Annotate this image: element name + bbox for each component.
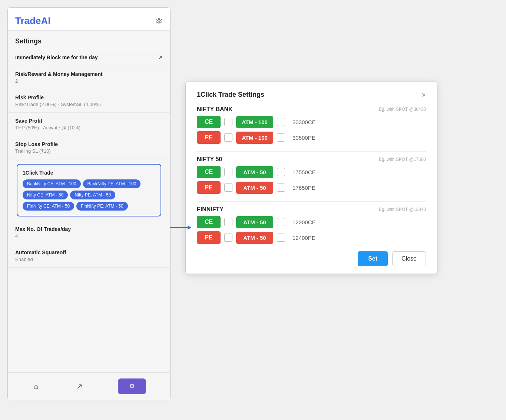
- save-profit-label: Save Profit: [15, 118, 42, 124]
- nifty-50-header: NIFTY 50 Eg. with SPOT @17580: [197, 156, 426, 163]
- auto-squareoff-label: Automatic Squareoff: [15, 249, 66, 255]
- nifty-bank-ce-atm: ATM - 100: [236, 116, 273, 128]
- nifty-bank-name: NIFTY BANK: [197, 106, 241, 113]
- nifty-bank-pe-atm: ATM - 100: [236, 132, 273, 144]
- close-button[interactable]: Close: [392, 251, 426, 266]
- tag-nifty-pe[interactable]: Nifty PE: ATM - 50: [70, 191, 115, 199]
- home-button[interactable]: ⌂: [32, 380, 41, 393]
- finnifty-pe-badge: PE: [197, 231, 221, 244]
- tag-banknifty-ce[interactable]: BankNifty CE: ATM - 100: [23, 179, 81, 188]
- modal-close-button[interactable]: ×: [421, 91, 426, 99]
- finnifty-ce-checkbox2[interactable]: [277, 218, 285, 226]
- risk-reward-title: Risk/Reward & Money Management: [15, 71, 163, 77]
- nifty-50-ce-atm: ATM - 50: [236, 166, 273, 178]
- app-logo: TradeAI: [15, 15, 50, 27]
- max-trades-title: Max No. Of Trades/day: [15, 226, 163, 232]
- logo-text: Trade: [15, 15, 41, 26]
- nifty-50-eg: Eg. with SPOT @17580: [379, 157, 426, 162]
- settings-item-block[interactable]: Immediately Block me for the day ↗: [8, 49, 170, 66]
- nifty-50-ce-checkbox1[interactable]: [224, 168, 232, 176]
- nifty-bank-ce-row: CE ATM - 100 30300CE: [197, 116, 426, 128]
- set-button[interactable]: Set: [358, 251, 388, 266]
- stop-loss-value: Trailing SL (₹10): [15, 148, 163, 154]
- settings-item-max-trades: Max No. Of Trades/day 4: [8, 221, 170, 244]
- finnifty-ce-code: 12200CE: [292, 219, 330, 225]
- app-header: TradeAI ⚛: [8, 8, 170, 31]
- bottom-nav: ⌂ ↗ ⚙: [8, 372, 170, 400]
- finnifty-pe-checkbox2[interactable]: [277, 234, 285, 242]
- save-profit-value: THP (50%) - Activate @ (10%): [15, 125, 163, 130]
- settings-button[interactable]: ⚙: [118, 378, 146, 394]
- finnifty-ce-checkbox1[interactable]: [224, 218, 232, 226]
- settings-item-stop-loss: Stop Loss Profile Trailing SL (₹10): [8, 136, 170, 159]
- finnifty-ce-row: CE ATM - 50 12200CE: [197, 216, 426, 228]
- nifty-bank-pe-code: 30500PE: [292, 135, 330, 141]
- modal-footer: Set Close: [197, 251, 426, 266]
- nifty-50-pe-code: 17650PE: [292, 185, 330, 191]
- home-icon: ⌂: [34, 382, 39, 390]
- nifty-50-pe-checkbox2[interactable]: [277, 183, 285, 192]
- finnifty-pe-checkbox1[interactable]: [224, 234, 232, 242]
- chart-icon: ↗: [76, 382, 83, 390]
- nifty-50-ce-checkbox2[interactable]: [277, 168, 285, 176]
- finnifty-header: FINNIFTY Eg. with SPOT @12340: [197, 206, 426, 213]
- nifty-bank-pe-badge: PE: [197, 131, 221, 144]
- settings-item-risk-profile: Risk Profile Risk/Trade (2.00%) - System…: [8, 89, 170, 113]
- one-click-tags: BankNifty CE: ATM - 100 BankNifty PE: AT…: [23, 179, 155, 211]
- one-click-section[interactable]: 1Click Trade BankNifty CE: ATM - 100 Ban…: [17, 164, 161, 216]
- nifty-50-ce-row: CE ATM - 50 17550CE: [197, 166, 426, 178]
- nifty-bank-pe-row: PE ATM - 100 30500PE: [197, 131, 426, 144]
- logo-accent: AI: [41, 15, 50, 26]
- divider-1: [197, 151, 426, 152]
- finnifty-section: FINNIFTY Eg. with SPOT @12340 CE ATM - 5…: [197, 206, 426, 244]
- right-panel: 1Click Trade Settings × NIFTY BANK Eg. w…: [171, 7, 499, 400]
- finnifty-eg: Eg. with SPOT @12340: [379, 207, 426, 212]
- modal-header: 1Click Trade Settings ×: [197, 91, 426, 99]
- tag-finnifty-ce[interactable]: FinNifty CE: ATM - 50: [23, 202, 74, 211]
- nifty-bank-eg: Eg. with SPOT @30430: [379, 107, 426, 112]
- settings-item-auto-squareoff: Automatic Squareoff Enabled: [8, 244, 170, 268]
- nifty-50-pe-badge: PE: [197, 181, 221, 194]
- one-click-title: 1Click Trade: [23, 170, 155, 176]
- nifty-50-ce-code: 17550CE: [292, 169, 330, 175]
- settings-item-save-profit: Save Profit THP (50%) - Activate @ (10%): [8, 113, 170, 136]
- nifty-50-pe-atm: ATM - 50: [236, 182, 273, 194]
- nifty-bank-pe-checkbox1[interactable]: [224, 133, 232, 142]
- risk-profile-label: Risk Profile: [15, 95, 44, 100]
- finnifty-pe-code: 12400PE: [292, 235, 330, 241]
- nifty-50-ce-badge: CE: [197, 166, 221, 178]
- save-profit-title: Save Profit: [15, 118, 163, 124]
- settings-item-risk-reward: Risk/Reward & Money Management 2: [8, 66, 170, 89]
- nifty-50-section: NIFTY 50 Eg. with SPOT @17580 CE ATM - 5…: [197, 156, 426, 194]
- max-trades-value: 4: [15, 233, 163, 239]
- nifty-bank-ce-code: 30300CE: [292, 119, 330, 125]
- one-click-container: 1Click Trade BankNifty CE: ATM - 100 Ban…: [8, 159, 170, 221]
- nifty-bank-ce-badge: CE: [197, 116, 221, 128]
- finnifty-pe-atm: ATM - 50: [236, 232, 273, 244]
- tag-nifty-ce[interactable]: Nifty CE: ATM - 50: [23, 191, 68, 199]
- nifty-50-pe-checkbox1[interactable]: [224, 183, 232, 192]
- tag-banknifty-pe[interactable]: BankNifty PE: ATM - 100: [83, 179, 141, 188]
- finnifty-name: FINNIFTY: [197, 206, 241, 213]
- settings-title: Settings: [8, 31, 170, 49]
- external-link-icon[interactable]: ↗: [158, 54, 163, 60]
- stop-loss-label: Stop Loss Profile: [15, 141, 58, 147]
- auto-squareoff-title: Automatic Squareoff: [15, 249, 163, 255]
- nifty-bank-header: NIFTY BANK Eg. with SPOT @30430: [197, 106, 426, 113]
- logo-icon: ⚛: [155, 16, 163, 26]
- risk-profile-value: Risk/Trade (2.00%) - SystemSL (4.00%): [15, 102, 163, 107]
- finnifty-ce-atm: ATM - 50: [236, 216, 273, 228]
- block-label: Immediately Block me for the day: [15, 54, 98, 60]
- nifty-50-name: NIFTY 50: [197, 156, 241, 163]
- nifty-bank-ce-checkbox1[interactable]: [224, 118, 232, 126]
- modal-title: 1Click Trade Settings: [197, 91, 264, 99]
- chart-button[interactable]: ↗: [74, 380, 85, 393]
- risk-reward-value: 2: [15, 78, 163, 84]
- divider-2: [197, 201, 426, 202]
- nifty-bank-ce-checkbox2[interactable]: [277, 118, 285, 126]
- max-trades-label: Max No. Of Trades/day: [15, 226, 71, 232]
- arrow-indicator: [170, 227, 191, 228]
- left-panel: TradeAI ⚛ Settings Immediately Block me …: [7, 7, 171, 400]
- nifty-bank-pe-checkbox2[interactable]: [277, 133, 285, 142]
- tag-finnifty-pe[interactable]: FinNifty PE: ATM - 50: [76, 202, 128, 211]
